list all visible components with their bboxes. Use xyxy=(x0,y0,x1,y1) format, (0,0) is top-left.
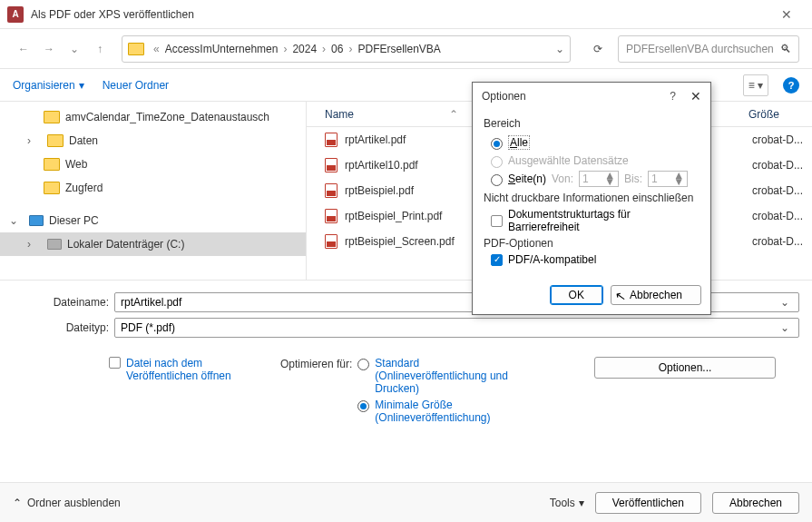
pdf-icon xyxy=(325,158,338,172)
optimize-label: Optimieren für: xyxy=(280,357,352,424)
expand-icon[interactable]: › xyxy=(27,238,36,251)
tools-menu[interactable]: Tools▾ xyxy=(550,497,584,509)
folder-icon xyxy=(44,111,60,123)
radio-icon xyxy=(491,138,503,150)
folder-icon xyxy=(128,43,144,55)
ok-button[interactable]: OK xyxy=(550,285,603,305)
bc-seg[interactable]: AccessImUnternehmen xyxy=(165,43,279,55)
tree-item[interactable]: Web xyxy=(0,153,306,176)
new-folder-button[interactable]: Neuer Ordner xyxy=(103,79,169,92)
radio-icon xyxy=(491,174,503,186)
folder-icon xyxy=(47,134,64,147)
pc-icon xyxy=(29,215,44,226)
close-icon[interactable]: ✕ xyxy=(690,89,701,103)
pdfopts-group-label: PDF-Optionen xyxy=(484,237,699,250)
open-after-checkbox[interactable]: Datei nach dem Veröffentlichen öffnen xyxy=(109,357,244,424)
tree-item-pc[interactable]: ⌄Dieser PC xyxy=(0,209,306,232)
folder-icon xyxy=(44,158,60,171)
app-icon: A xyxy=(7,6,24,23)
checkbox-icon xyxy=(491,215,503,227)
close-icon[interactable]: ✕ xyxy=(768,7,805,22)
refresh-button[interactable]: ⟳ xyxy=(582,43,614,55)
cancel-button[interactable]: Abbrechen xyxy=(712,492,799,514)
search-icon: 🔍︎ xyxy=(780,43,791,55)
col-name[interactable]: Name xyxy=(325,108,449,121)
tree-item[interactable]: Zugferd xyxy=(0,176,306,200)
options-dialog: Optionen ? ✕ Bereich Alle Ausgewählte Da… xyxy=(472,82,711,315)
window-title: Als PDF oder XPS veröffentlichen xyxy=(31,8,768,21)
checkbox-icon xyxy=(491,254,503,266)
doctags-checkbox[interactable]: Dokumentstrukturtags für Barrierefreihei… xyxy=(491,208,699,233)
pdf-icon xyxy=(325,183,338,198)
help-button[interactable]: ? xyxy=(783,77,799,94)
tree-item-disk[interactable]: ›Lokaler Datenträger (C:) xyxy=(0,232,306,256)
sort-icon[interactable]: ⌃ xyxy=(449,108,458,121)
nonprint-group-label: Nicht druckbare Informationen einschließ… xyxy=(484,192,699,204)
dialog-title: Optionen xyxy=(482,90,526,103)
radio-icon xyxy=(491,156,503,168)
from-label: Von: xyxy=(552,172,573,185)
disk-icon xyxy=(47,239,62,250)
range-selected-radio: Ausgewählte Datensätze xyxy=(491,152,699,170)
from-spinner: 1▲▼ xyxy=(579,171,619,187)
radio-icon xyxy=(357,400,369,412)
to-spinner: 1▲▼ xyxy=(648,171,688,187)
tree-item[interactable]: amvCalendar_TimeZone_Datenaustausch xyxy=(0,105,306,129)
breadcrumb[interactable]: « AccessImUnternehmen› 2024› 06› PDFErse… xyxy=(122,35,571,63)
forward-button[interactable]: → xyxy=(38,38,60,60)
options-button[interactable]: Optionen... xyxy=(594,357,776,379)
filetype-select[interactable]: PDF (*.pdf)⌄ xyxy=(114,318,799,338)
filetype-label: Dateityp: xyxy=(13,321,109,334)
search-placeholder: PDFErsellenVBA durchsuchen xyxy=(626,43,774,55)
range-pages-radio[interactable]: Seite(n) Von: 1▲▼ Bis: 1▲▼ xyxy=(491,170,699,188)
bc-seg[interactable]: 06 xyxy=(331,43,343,55)
collapse-icon[interactable]: ⌄ xyxy=(9,214,18,227)
to-label: Bis: xyxy=(624,172,642,185)
optimize-minimal-radio[interactable]: Minimale Größe (Onlineveröffentlichung) xyxy=(357,399,511,424)
view-mode-button[interactable]: ≡ ▾ xyxy=(743,74,768,96)
checkbox-icon xyxy=(109,357,121,369)
bc-seg[interactable]: 2024 xyxy=(292,43,317,55)
pdf-icon xyxy=(325,209,338,223)
col-size[interactable]: Größe xyxy=(748,108,812,121)
chevron-up-icon: ⌃ xyxy=(13,497,22,509)
organize-menu[interactable]: Organisieren▾ xyxy=(13,79,84,92)
dialog-cancel-button[interactable]: Abbrechen xyxy=(611,285,701,305)
pdfa-checkbox[interactable]: PDF/A-kompatibel xyxy=(491,253,699,266)
help-icon[interactable]: ? xyxy=(670,90,676,103)
optimize-standard-radio[interactable]: Standard (Onlineveröffentlichung und Dru… xyxy=(357,357,511,395)
range-group-label: Bereich xyxy=(484,117,699,130)
range-all-radio[interactable]: Alle xyxy=(491,133,699,152)
expand-icon[interactable]: › xyxy=(27,134,36,147)
recent-dropdown[interactable]: ⌄ xyxy=(64,38,85,60)
folder-tree[interactable]: amvCalendar_TimeZone_Datenaustausch ›Dat… xyxy=(0,102,307,280)
pdf-icon xyxy=(325,133,338,147)
publish-button[interactable]: Veröffentlichen xyxy=(595,492,701,514)
radio-icon xyxy=(357,359,369,370)
search-input[interactable]: PDFErsellenVBA durchsuchen 🔍︎ xyxy=(618,35,799,63)
bc-seg[interactable]: PDFErsellenVBA xyxy=(357,43,440,55)
pdf-icon xyxy=(325,234,338,249)
hide-folders-button[interactable]: ⌃Ordner ausblenden xyxy=(13,497,121,509)
folder-icon xyxy=(44,182,60,194)
tree-item[interactable]: ›Daten xyxy=(0,129,306,153)
filename-label: Dateiname: xyxy=(13,296,109,309)
back-button[interactable]: ← xyxy=(13,38,34,60)
up-button[interactable]: ↑ xyxy=(89,38,111,60)
